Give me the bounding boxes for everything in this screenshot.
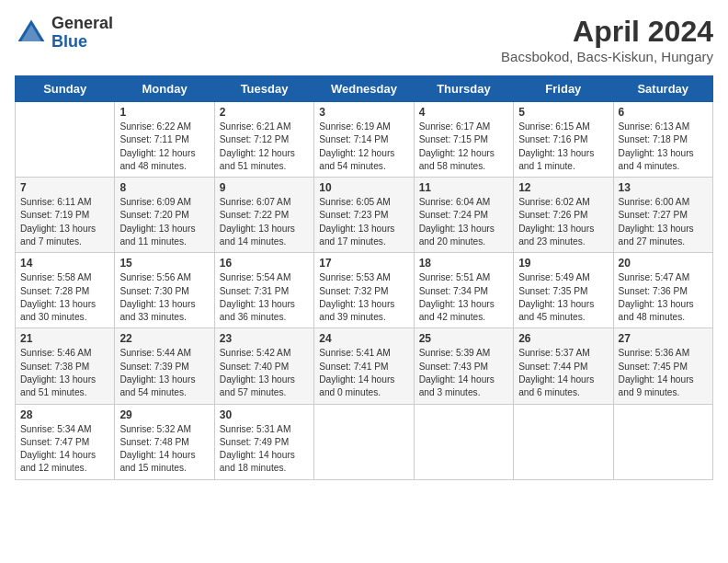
cell-info: Daylight: 13 hours [119,298,209,311]
cell-info: and 51 minutes. [220,160,309,173]
cell-info: Sunset: 7:15 PM [419,133,508,146]
week-row-4: 21Sunrise: 5:46 AMSunset: 7:38 PMDayligh… [16,328,713,404]
calendar-cell: 11Sunrise: 6:04 AMSunset: 7:24 PMDayligh… [414,178,513,253]
cell-info: Daylight: 13 hours [20,298,109,311]
cell-info: Sunrise: 5:42 AM [220,347,309,360]
cell-info: Sunrise: 6:07 AM [220,196,309,209]
cell-info: Daylight: 12 hours [419,147,508,160]
cell-info: and 17 minutes. [319,236,408,248]
cell-info: Sunrise: 6:22 AM [119,121,209,133]
col-header-friday: Friday [514,76,613,102]
logo-blue-text: Blue [51,33,113,52]
cell-info: Sunset: 7:32 PM [319,285,408,298]
cell-info: Sunrise: 6:17 AM [419,121,508,133]
cell-info: and 6 minutes. [518,386,608,399]
calendar-cell: 1Sunrise: 6:22 AMSunset: 7:11 PMDaylight… [115,102,214,178]
cell-info: and 27 minutes. [619,236,708,248]
calendar-cell: 13Sunrise: 6:00 AMSunset: 7:27 PMDayligh… [613,178,712,253]
cell-info: and 1 minute. [518,160,608,173]
cell-info: Sunrise: 5:36 AM [619,347,708,360]
cell-info: Sunset: 7:41 PM [319,361,408,373]
day-number: 19 [518,257,608,270]
cell-info: Sunrise: 6:21 AM [220,121,309,133]
calendar-cell [414,404,513,479]
cell-info: and 42 minutes. [419,311,508,324]
cell-info: Sunrise: 6:09 AM [119,196,209,209]
calendar-cell: 2Sunrise: 6:21 AMSunset: 7:12 PMDaylight… [214,102,313,178]
cell-info: and 0 minutes. [319,386,408,399]
day-number: 3 [319,106,408,119]
col-header-sunday: Sunday [16,76,115,102]
day-number: 7 [20,181,109,194]
cell-info: Daylight: 13 hours [119,373,209,386]
cell-info: Daylight: 13 hours [220,373,309,386]
title-block: April 2024 Bacsbokod, Bacs-Kiskun, Hunga… [501,15,713,64]
week-row-5: 28Sunrise: 5:34 AMSunset: 7:47 PMDayligh… [16,404,713,479]
cell-info: Sunset: 7:36 PM [619,285,708,298]
cell-info: and 48 minutes. [119,160,209,173]
cell-info: Sunrise: 5:49 AM [518,271,608,284]
cell-info: Daylight: 12 hours [119,147,209,160]
day-number: 27 [619,332,708,345]
cell-info: Daylight: 13 hours [319,223,408,236]
cell-info: Sunrise: 5:44 AM [119,347,209,360]
cell-info: and 48 minutes. [619,311,708,324]
calendar-cell: 8Sunrise: 6:09 AMSunset: 7:20 PMDaylight… [115,178,214,253]
cell-info: Sunset: 7:28 PM [20,285,109,298]
cell-info: and 30 minutes. [20,311,109,324]
day-number: 15 [119,257,209,270]
cell-info: Daylight: 14 hours [419,373,508,386]
week-row-2: 7Sunrise: 6:11 AMSunset: 7:19 PMDaylight… [16,178,713,253]
calendar-cell [314,404,414,479]
logo: General Blue [15,15,113,52]
day-number: 29 [119,408,209,421]
day-number: 5 [518,106,608,119]
cell-info: Sunrise: 6:00 AM [619,196,708,209]
day-number: 17 [319,257,408,270]
cell-info: and 18 minutes. [220,462,309,475]
cell-info: Daylight: 13 hours [619,223,708,236]
cell-info: Sunrise: 6:13 AM [619,121,708,133]
cell-info: Daylight: 12 hours [319,147,408,160]
day-number: 23 [220,332,309,345]
cell-info: Sunrise: 6:05 AM [319,196,408,209]
calendar-cell: 10Sunrise: 6:05 AMSunset: 7:23 PMDayligh… [314,178,414,253]
cell-info: and 57 minutes. [220,386,309,399]
day-number: 18 [419,257,508,270]
cell-info: and 14 minutes. [220,236,309,248]
cell-info: Daylight: 14 hours [20,449,109,462]
cell-info: and 4 minutes. [619,160,708,173]
cell-info: Sunrise: 5:53 AM [319,271,408,284]
calendar-cell: 4Sunrise: 6:17 AMSunset: 7:15 PMDaylight… [414,102,513,178]
page-header: General Blue April 2024 Bacsbokod, Bacs-… [15,15,713,64]
calendar-cell: 19Sunrise: 5:49 AMSunset: 7:35 PMDayligh… [514,253,613,328]
cell-info: Daylight: 14 hours [220,449,309,462]
day-number: 30 [220,408,309,421]
cell-info: Sunset: 7:11 PM [119,133,209,146]
calendar-cell: 27Sunrise: 5:36 AMSunset: 7:45 PMDayligh… [613,328,712,404]
calendar-cell: 26Sunrise: 5:37 AMSunset: 7:44 PMDayligh… [514,328,613,404]
cell-info: Sunrise: 5:37 AM [518,347,608,360]
cell-info: and 23 minutes. [518,236,608,248]
cell-info: Daylight: 13 hours [220,223,309,236]
day-number: 4 [419,106,508,119]
calendar-cell: 7Sunrise: 6:11 AMSunset: 7:19 PMDaylight… [16,178,115,253]
calendar-cell: 28Sunrise: 5:34 AMSunset: 7:47 PMDayligh… [16,404,115,479]
day-number: 1 [119,106,209,119]
cell-info: and 45 minutes. [518,311,608,324]
cell-info: Daylight: 13 hours [20,223,109,236]
cell-info: Sunset: 7:24 PM [419,209,508,222]
cell-info: Daylight: 13 hours [20,373,109,386]
col-header-thursday: Thursday [414,76,513,102]
cell-info: Sunrise: 6:19 AM [319,121,408,133]
calendar-cell: 12Sunrise: 6:02 AMSunset: 7:26 PMDayligh… [514,178,613,253]
cell-info: Sunset: 7:26 PM [518,209,608,222]
cell-info: Sunrise: 6:11 AM [20,196,109,209]
cell-info: Sunset: 7:34 PM [419,285,508,298]
cell-info: Sunset: 7:19 PM [20,209,109,222]
calendar-cell [613,404,712,479]
cell-info: and 11 minutes. [119,236,209,248]
calendar-cell: 15Sunrise: 5:56 AMSunset: 7:30 PMDayligh… [115,253,214,328]
day-number: 12 [518,181,608,194]
cell-info: Daylight: 14 hours [518,373,608,386]
